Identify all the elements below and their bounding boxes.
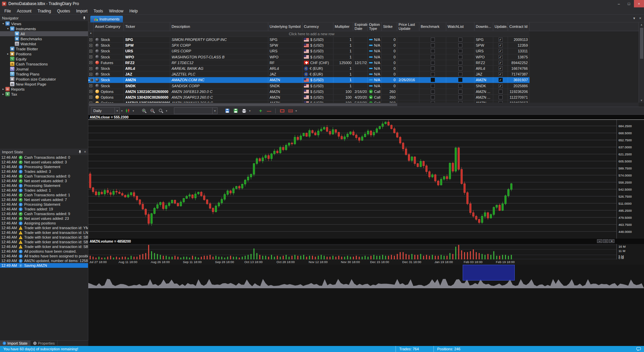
checkbox-unchecked[interactable] (458, 49, 462, 53)
log-entry[interactable]: 12:46 AMiTrades added: 1 (0, 188, 88, 193)
table-row-jaz[interactable]: +StockJAZJAZZTEL PLCJAZ€€ (EUR)1N/A0JAZ✓… (88, 71, 530, 77)
pane-close-icon[interactable]: × (609, 239, 614, 243)
checkbox-unchecked[interactable] (431, 90, 435, 94)
column-header-asset-category[interactable]: Asset Category (94, 22, 124, 31)
indicators-dropdown-icon[interactable]: ▾ (121, 109, 123, 112)
log-entry[interactable]: 12:46 AM✓Cash Transactions added: 1 (0, 193, 88, 197)
checkbox-unchecked[interactable] (431, 84, 435, 88)
expand-row-icon[interactable]: + (89, 61, 92, 64)
log-entry[interactable]: 12:46 AM!Trade with ticker and transacti… (0, 230, 88, 235)
menu-item-account[interactable]: Account (14, 8, 34, 14)
pin-icon[interactable] (78, 150, 82, 154)
log-entry[interactable]: 12:46 AMiTrades added: 3 (0, 169, 88, 174)
log-entry[interactable]: 12:46 AM✓Net asset values added: 7 (0, 197, 88, 202)
log-entry[interactable]: 12:46 AM✓Cash Transactions added: 0 (0, 155, 88, 160)
log-entry[interactable]: 12:46 AM!Trade with ticker and transacti… (0, 244, 88, 249)
close-button[interactable]: × (634, 0, 644, 7)
checkbox-unchecked[interactable] (458, 95, 462, 99)
log-entry[interactable]: 12:46 AM✓Net asset values added: 3 (0, 160, 88, 164)
checkbox-checked[interactable]: ✓ (499, 84, 503, 88)
checkbox-unchecked[interactable] (458, 72, 462, 76)
column-header-underlying-symbol[interactable]: Underlying Symbol (268, 22, 303, 31)
checkbox-unchecked[interactable] (458, 55, 462, 59)
pane-restore-icon[interactable]: □ (603, 239, 608, 243)
log-entry[interactable]: 12:46 AMiProcessing Statement (0, 164, 88, 169)
log-entry[interactable]: 12:46 AM✓Net asset values added: 23 (0, 216, 88, 221)
tree-item-new-report-page[interactable]: ▤New Report Page (0, 82, 88, 87)
menu-item-import[interactable]: Import (73, 8, 91, 14)
expand-icon[interactable]: ▸ (1, 93, 5, 96)
log-entry[interactable]: 12:49 AMiSaving:AMZN (0, 263, 88, 268)
chart-style-button[interactable] (124, 107, 131, 114)
checkbox-unchecked[interactable] (431, 72, 435, 76)
price-axis[interactable]: 684.2500668.5000652.7500637.0000621.2500… (616, 120, 644, 239)
expand-row-icon[interactable]: + (89, 84, 92, 87)
column-header-description[interactable]: Description (170, 22, 268, 31)
collapse-icon[interactable]: ▾ (1, 22, 5, 25)
checkbox-unchecked[interactable] (431, 43, 435, 47)
checkbox-unchecked[interactable] (431, 49, 435, 53)
menu-item-file[interactable]: File (1, 8, 14, 14)
tab-properties[interactable]: Properties (31, 341, 58, 346)
expand-row-icon[interactable]: + (89, 55, 92, 58)
table-row-arld[interactable]: +StockARLdAAREAL BANK AGARLd€€ (EUR)1N/A… (88, 66, 530, 71)
checkbox-checked[interactable]: ✓ (499, 49, 503, 53)
tree-item-position-size-calculator[interactable]: ▦Position size Calculator (0, 77, 88, 82)
checkbox-unchecked[interactable] (458, 43, 462, 47)
checkbox-unchecked[interactable] (499, 90, 503, 94)
checkbox-checked[interactable]: ✓ (499, 38, 503, 42)
table-row-amzn[interactable]: ▸+StockAMZNAMAZON.COM INCAMZN$ (USD)1N/A… (88, 77, 530, 83)
log-entry[interactable]: 12:46 AMiAll trades have been assigned t… (0, 254, 88, 258)
table-row-wpo[interactable]: +StockWPOWASHINGTON POST-CLASS BWPO$ (US… (88, 54, 530, 60)
checkbox-unchecked[interactable] (431, 95, 435, 99)
menu-item-quotes[interactable]: Quotes (54, 8, 73, 14)
zoom-dropdown-icon[interactable]: ▾ (166, 109, 168, 112)
tree-item-benchmarks[interactable]: ▦Benchmarks (0, 36, 88, 41)
tree-item-journal[interactable]: ✎Journal (0, 66, 88, 71)
log-entry[interactable]: 12:46 AM!Trade with ticker and transacti… (0, 235, 88, 240)
column-header-contract-id[interactable]: Contract Id (508, 22, 530, 31)
column-header-currency[interactable]: Currency (303, 22, 333, 31)
collapse-icon[interactable]: ▾ (6, 27, 10, 30)
expand-row-icon[interactable]: + (89, 96, 92, 99)
volume-chart[interactable] (88, 244, 616, 259)
column-header-benchmark[interactable]: Benchmark (419, 22, 446, 31)
tab-import-state[interactable]: i Import State (0, 341, 31, 346)
log-entry[interactable]: 12:46 AMiAssigning positions (0, 221, 88, 225)
new-row-hint[interactable]: * Click here to add a new row (88, 31, 530, 37)
checkbox-unchecked[interactable] (458, 90, 462, 94)
column-header-price-last-update[interactable]: Price Last Update (397, 22, 419, 31)
scroll-down-icon[interactable]: ▼ (640, 98, 643, 103)
expand-row-icon[interactable]: + (89, 38, 92, 41)
maximize-button[interactable]: □ (624, 0, 634, 7)
checkbox-unchecked[interactable] (458, 61, 462, 65)
menu-item-tools[interactable]: Tools (91, 8, 106, 14)
expand-row-icon[interactable]: + (90, 79, 93, 82)
column-header-expiration-date[interactable]: Expiration Date (353, 22, 368, 31)
rectangle-tool-button[interactable] (278, 107, 286, 114)
table-row-amzn2-130518c00260000[interactable]: +OptionsAMZN2 130518C00260000AMZN 18MAY1… (88, 100, 530, 103)
tab-instruments[interactable]: Instruments (90, 16, 123, 22)
export-dropdown-icon[interactable]: ▾ (249, 109, 251, 112)
menu-item-trading[interactable]: Trading (35, 8, 54, 14)
table-row-amzn-130420c00260000[interactable]: +OptionsAMZN 130420C00260000AMZN 20APR13… (88, 95, 530, 100)
range-selection-box[interactable] (463, 265, 515, 281)
expand-row-icon[interactable]: + (89, 50, 92, 53)
zoom-out-button[interactable] (149, 107, 156, 114)
log-entry[interactable]: 12:46 AMiProcessing Statement (0, 183, 88, 188)
tree-item-all[interactable]: ▦All (0, 31, 88, 36)
add-indicator-button[interactable]: + (257, 107, 264, 114)
expand-row-icon[interactable]: + (89, 73, 92, 76)
grid-vertical-scrollbar[interactable]: ▲ ▼ (639, 22, 644, 103)
tree-item-trading-plans[interactable]: ≡Trading Plans (0, 71, 88, 77)
checkbox-unchecked[interactable] (431, 38, 435, 42)
pane-minimize-icon[interactable]: – (597, 239, 602, 243)
table-row-rfz2[interactable]: +FuturesRFZ2RF 17DEC12RFCHF (CHF)1250001… (88, 60, 530, 66)
tree-item-positions[interactable]: ▸▣Positions (0, 51, 88, 56)
log-entry[interactable]: 12:46 AM!Trade with ticker and transacti… (0, 240, 88, 244)
save-chart-button[interactable] (224, 107, 231, 114)
log-entry[interactable]: 12:46 AMiAll positions have been created… (0, 249, 88, 254)
tree-item-cash-transactions[interactable]: $Cash Transactions (0, 61, 88, 66)
period-combo[interactable]: Daily ▾ (91, 107, 120, 114)
menu-item-window[interactable]: Window (106, 8, 127, 14)
